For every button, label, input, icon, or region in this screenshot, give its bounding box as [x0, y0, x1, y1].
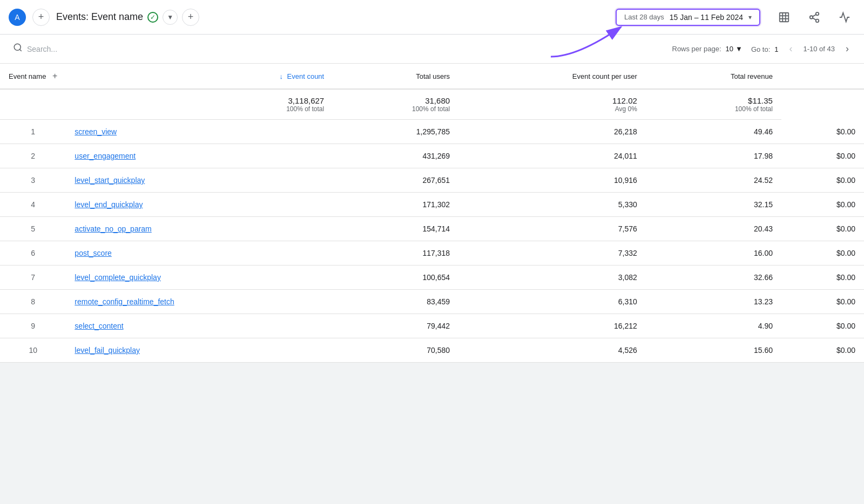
- explore-button[interactable]: [834, 6, 855, 28]
- col-header-total-revenue[interactable]: Total revenue: [646, 64, 781, 89]
- prev-page-button[interactable]: ‹: [787, 41, 794, 57]
- rows-per-page-select[interactable]: 10 ▼: [726, 45, 742, 53]
- row-event-name: screen_view: [66, 120, 333, 144]
- row-event-count: 83,459: [333, 290, 458, 314]
- event-name-link[interactable]: activate_no_op_param: [75, 224, 151, 233]
- table-header-row: Event name + ↓ Event count Total users E…: [0, 64, 864, 89]
- table-row: 6 post_score 117,318 7,332 16.00 $0.00: [0, 241, 864, 265]
- svg-point-6: [810, 16, 813, 19]
- table-row: 8 remote_config_realtime_fetch 83,459 6,…: [0, 290, 864, 314]
- row-total-revenue: $0.00: [781, 265, 864, 290]
- event-name-link[interactable]: level_end_quickplay: [75, 200, 143, 209]
- add-column-button[interactable]: +: [52, 71, 57, 80]
- row-total-revenue: $0.00: [781, 168, 864, 193]
- svg-line-8: [813, 18, 816, 20]
- row-rank: 2: [0, 144, 66, 168]
- totals-event-count-cell: 3,118,627 100% of total: [66, 89, 333, 120]
- table-row: 2 user_engagement 431,269 24,011 17.98 $…: [0, 144, 864, 168]
- event-name-link[interactable]: post_score: [75, 249, 111, 257]
- row-total-revenue: $0.00: [781, 120, 864, 144]
- page-title: Events: Event name ✓ ▼ +: [56, 9, 609, 26]
- table-row: 7 level_complete_quickplay 100,654 3,082…: [0, 265, 864, 290]
- totals-total-revenue-cell: $11.35 100% of total: [646, 89, 781, 120]
- row-event-count: 100,654: [333, 265, 458, 290]
- row-event-count: 154,714: [333, 217, 458, 241]
- date-range-value: 15 Jan – 11 Feb 2024: [670, 13, 743, 22]
- explore-icon: [839, 11, 850, 23]
- col-header-event-count-per-user[interactable]: Event count per user: [458, 64, 646, 89]
- totals-total-revenue: $11.35: [654, 96, 773, 105]
- svg-rect-0: [780, 12, 789, 22]
- row-event-count-per-user: 24.52: [646, 168, 781, 193]
- date-picker[interactable]: Last 28 days 15 Jan – 11 Feb 2024 ▾: [616, 9, 760, 26]
- next-page-button[interactable]: ›: [843, 41, 851, 57]
- search-input[interactable]: [27, 45, 189, 53]
- row-event-count-per-user: 4.90: [646, 314, 781, 338]
- event-name-link[interactable]: user_engagement: [75, 152, 136, 160]
- date-range-label: Last 28 days: [624, 13, 664, 21]
- table-container: Rows per page: 10 ▼ Go to: 1 ‹ 1-10 of 4…: [0, 35, 864, 363]
- row-total-revenue: $0.00: [781, 338, 864, 363]
- row-event-name: level_start_quickplay: [66, 168, 333, 193]
- row-total-users: 5,330: [458, 193, 646, 217]
- rows-per-page-value: 10: [726, 45, 733, 53]
- svg-point-11: [14, 44, 21, 50]
- event-name-link[interactable]: level_fail_quickplay: [75, 346, 140, 355]
- event-name-link[interactable]: remote_config_realtime_fetch: [75, 297, 174, 306]
- pagination-controls: Rows per page: 10 ▼ Go to: 1 ‹ 1-10 of 4…: [672, 41, 852, 57]
- row-event-name: remote_config_realtime_fetch: [66, 290, 333, 314]
- row-event-name: level_fail_quickplay: [66, 338, 333, 363]
- row-event-count-per-user: 32.15: [646, 193, 781, 217]
- row-total-users: 7,332: [458, 241, 646, 265]
- table-row: 3 level_start_quickplay 267,651 10,916 2…: [0, 168, 864, 193]
- page-title-text: Events: Event name: [56, 11, 143, 23]
- share-icon: [808, 11, 820, 23]
- totals-event-count-sub: 100% of total: [75, 105, 324, 113]
- totals-total-users-sub: 100% of total: [341, 105, 450, 113]
- chart-view-button[interactable]: [773, 6, 795, 28]
- svg-point-5: [816, 12, 819, 15]
- check-icon: ✓: [147, 12, 158, 23]
- row-event-count: 79,442: [333, 314, 458, 338]
- row-event-count: 117,318: [333, 241, 458, 265]
- share-button[interactable]: [804, 6, 825, 28]
- row-total-revenue: $0.00: [781, 241, 864, 265]
- col-header-event-count[interactable]: ↓ Event count: [66, 64, 333, 89]
- row-total-users: 10,916: [458, 168, 646, 193]
- event-name-link[interactable]: select_content: [75, 322, 123, 330]
- svg-point-7: [816, 19, 819, 22]
- title-dropdown-button[interactable]: ▼: [163, 10, 178, 25]
- table-row: 1 screen_view 1,295,785 26,218 49.46 $0.…: [0, 120, 864, 144]
- totals-total-users-cell: 31,680 100% of total: [333, 89, 458, 120]
- sort-desc-icon: ↓: [279, 72, 283, 80]
- table-toolbar: Rows per page: 10 ▼ Go to: 1 ‹ 1-10 of 4…: [0, 35, 864, 64]
- event-name-link[interactable]: level_complete_quickplay: [75, 273, 161, 282]
- row-event-count: 171,302: [333, 193, 458, 217]
- event-name-link[interactable]: screen_view: [75, 127, 117, 136]
- chart-icon: [778, 11, 790, 23]
- add-report-button[interactable]: +: [182, 9, 199, 26]
- col-total-users-label: Total users: [416, 72, 450, 80]
- col-header-event-name: Event name +: [0, 64, 66, 89]
- row-rank: 1: [0, 120, 66, 144]
- totals-row: 3,118,627 100% of total 31,680 100% of t…: [0, 89, 864, 120]
- row-rank: 5: [0, 217, 66, 241]
- row-event-count-per-user: 32.66: [646, 265, 781, 290]
- search-icon: [13, 43, 23, 55]
- rows-dropdown-icon: ▼: [735, 45, 742, 53]
- row-event-name: user_engagement: [66, 144, 333, 168]
- row-event-count-per-user: 15.60: [646, 338, 781, 363]
- totals-event-count-per-user-sub: Avg 0%: [467, 105, 637, 113]
- top-bar: A + Events: Event name ✓ ▼ + Last 28 day…: [0, 0, 864, 35]
- row-total-users: 16,212: [458, 314, 646, 338]
- row-total-revenue: $0.00: [781, 290, 864, 314]
- event-name-link[interactable]: level_start_quickplay: [75, 176, 145, 185]
- main-content: Rows per page: 10 ▼ Go to: 1 ‹ 1-10 of 4…: [0, 35, 864, 363]
- add-tab-button[interactable]: +: [32, 9, 50, 26]
- row-event-count: 1,295,785: [333, 120, 458, 144]
- row-event-count-per-user: 17.98: [646, 144, 781, 168]
- row-rank: 6: [0, 241, 66, 265]
- row-total-revenue: $0.00: [781, 193, 864, 217]
- col-header-total-users[interactable]: Total users: [333, 64, 458, 89]
- table-row: 10 level_fail_quickplay 70,580 4,526 15.…: [0, 338, 864, 363]
